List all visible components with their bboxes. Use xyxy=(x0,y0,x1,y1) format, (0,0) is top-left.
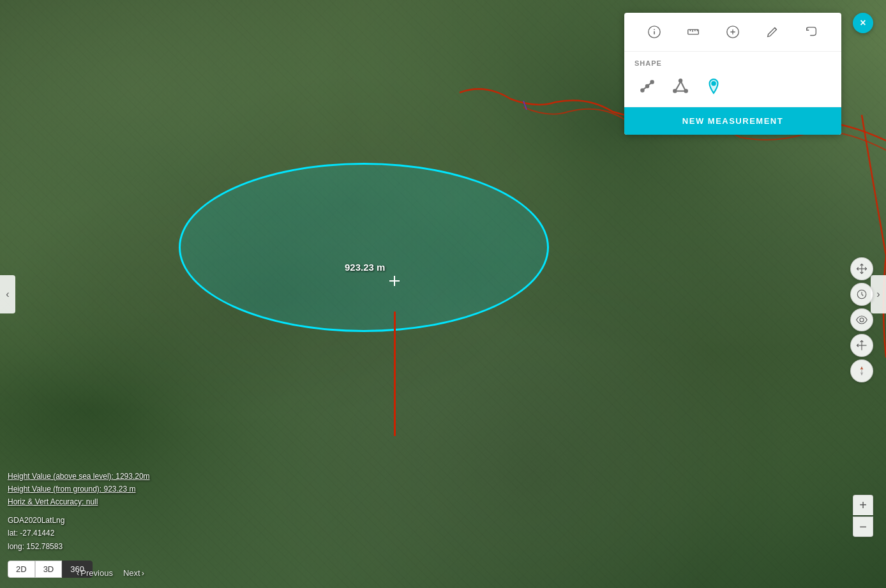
svg-point-24 xyxy=(712,82,715,85)
svg-line-16 xyxy=(643,87,647,89)
svg-point-15 xyxy=(650,80,653,83)
zoom-out-button[interactable]: − xyxy=(853,516,873,537)
datum: GDA2020LatLng xyxy=(8,514,150,527)
height-from-ground: Height Value (from ground): 923.23 m xyxy=(8,483,150,495)
view-3d-button[interactable]: 3D xyxy=(35,561,63,578)
toolbar-icons-row xyxy=(624,13,841,52)
svg-line-23 xyxy=(681,82,685,90)
accuracy: Horiz & Vert Accuracy: null xyxy=(8,495,150,508)
map-container: 923.23 m ‹ › × xyxy=(0,0,886,588)
polygon-shape-button[interactable] xyxy=(668,73,693,99)
shape-icons xyxy=(634,73,831,99)
longitude: long: 152.78583 xyxy=(8,540,150,553)
left-nav-arrow[interactable]: ‹ xyxy=(0,275,15,313)
toolbar-panel: SHAPE xyxy=(624,13,841,135)
visibility-button[interactable] xyxy=(850,308,873,331)
pagination-controls: ‹ Previous Next › xyxy=(77,568,144,578)
info-icon-button[interactable] xyxy=(643,20,666,43)
next-arrow-icon: › xyxy=(142,568,144,578)
previous-button[interactable]: ‹ Previous xyxy=(77,568,113,578)
info-panel: Height Value (above sea level): 1293.20m… xyxy=(8,470,150,553)
close-button[interactable]: × xyxy=(853,13,873,33)
svg-line-17 xyxy=(649,83,652,85)
svg-line-12 xyxy=(774,28,776,30)
svg-point-19 xyxy=(673,89,676,92)
latitude: lat: -27.41442 xyxy=(8,527,150,539)
svg-point-28 xyxy=(860,318,864,322)
time-button[interactable] xyxy=(850,283,873,306)
add-icon-button[interactable] xyxy=(721,20,744,43)
svg-point-13 xyxy=(641,89,643,91)
view-2d-button[interactable]: 2D xyxy=(8,561,35,578)
shape-label: SHAPE xyxy=(634,59,831,67)
shape-section: SHAPE xyxy=(624,52,841,107)
measure-icon-button[interactable] xyxy=(682,20,705,43)
zoom-in-button[interactable]: + xyxy=(853,495,873,515)
height-above-sea: Height Value (above sea level): 1293.20m xyxy=(8,470,150,483)
edit-icon-button[interactable] xyxy=(761,20,784,43)
prev-arrow-icon: ‹ xyxy=(77,568,79,578)
zoom-controls: + − xyxy=(853,495,873,537)
line-shape-button[interactable] xyxy=(634,73,660,99)
compass-pan-button[interactable] xyxy=(850,257,873,280)
north-button[interactable] xyxy=(850,359,873,382)
svg-point-20 xyxy=(685,89,687,92)
next-button[interactable]: Next › xyxy=(123,568,144,578)
new-measurement-button[interactable]: NEW MEASUREMENT xyxy=(624,107,841,135)
svg-point-14 xyxy=(646,85,649,87)
map-controls xyxy=(850,257,873,382)
3d-rotate-button[interactable] xyxy=(850,334,873,357)
svg-line-21 xyxy=(676,82,680,90)
svg-point-18 xyxy=(679,79,682,82)
pin-shape-button[interactable] xyxy=(701,73,726,99)
undo-icon-button[interactable] xyxy=(800,20,823,43)
